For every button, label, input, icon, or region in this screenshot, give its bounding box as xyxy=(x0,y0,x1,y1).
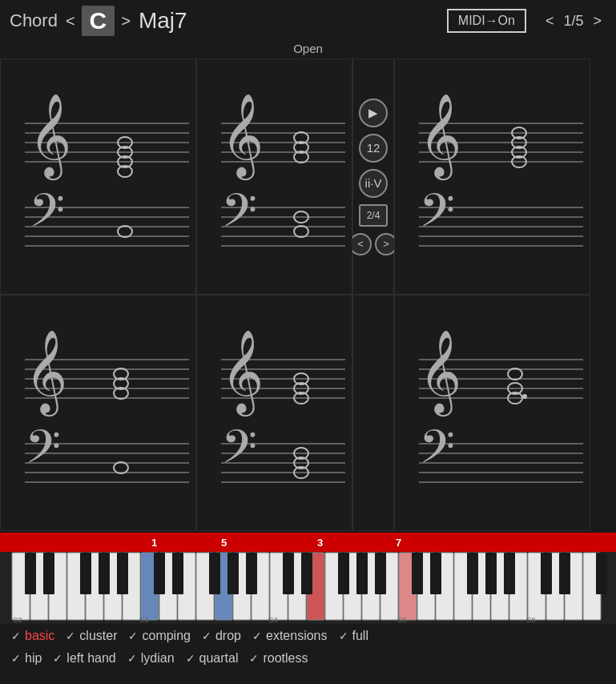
svg-point-33 xyxy=(294,226,308,237)
svg-text:𝄢: 𝄢 xyxy=(221,422,257,484)
midi-button[interactable]: MIDI→On xyxy=(447,9,526,33)
svg-rect-152 xyxy=(541,553,552,594)
check-drop: ✓ xyxy=(202,630,211,642)
staff-cell-2-3: 𝄞 𝄢 xyxy=(394,295,590,531)
piano-num-5: 5 xyxy=(221,537,227,549)
check-quartal: ✓ xyxy=(186,652,195,665)
svg-text:𝄢: 𝄢 xyxy=(419,186,455,247)
play-button[interactable]: ▶ xyxy=(359,99,388,127)
check-cluster: ✓ xyxy=(66,630,75,642)
piano-num-3: 3 xyxy=(317,537,323,549)
svg-text:𝄞: 𝄞 xyxy=(419,331,461,417)
svg-rect-145 xyxy=(356,553,368,594)
header: Chord < C > Maj7 MIDI→On < 1/5 > xyxy=(0,0,616,42)
svg-text:C2: C2 xyxy=(13,616,22,624)
filter-lydian[interactable]: ✓ lydian xyxy=(127,651,175,666)
svg-text:𝄞: 𝄞 xyxy=(29,95,71,181)
svg-text:𝄞: 𝄞 xyxy=(221,331,264,417)
piano-svg: .wk { fill: #e8e8e8; stroke: #888; strok… xyxy=(0,552,616,624)
filter-left-hand[interactable]: ✓ left hand xyxy=(53,651,115,666)
svg-text:𝄢: 𝄢 xyxy=(221,186,257,247)
piano-num-7: 7 xyxy=(396,537,401,549)
filter-row-2: ✓ hip ✓ left hand ✓ lydian ✓ quartal ✓ r… xyxy=(0,648,616,669)
svg-rect-148 xyxy=(430,553,441,594)
iiv-button[interactable]: ii·V xyxy=(359,169,388,198)
check-hip: ✓ xyxy=(11,652,21,665)
svg-text:𝄞: 𝄞 xyxy=(419,95,461,181)
check-full: ✓ xyxy=(339,630,348,642)
svg-rect-141 xyxy=(246,553,257,594)
check-left-hand: ✓ xyxy=(53,652,62,665)
staff-cell-2-1: 𝄞 𝄢 xyxy=(0,295,196,531)
check-lydian: ✓ xyxy=(127,652,137,665)
label-full: full xyxy=(352,629,368,643)
svg-point-90 xyxy=(508,368,522,380)
staff-cell-1-1: 𝄞 𝄢 xyxy=(0,58,196,295)
svg-text:𝄢: 𝄢 xyxy=(25,422,61,484)
filter-drop[interactable]: ✓ drop xyxy=(202,629,241,643)
label-basic: basic xyxy=(25,629,54,643)
label-cluster: cluster xyxy=(79,629,117,643)
filter-hip[interactable]: ✓ hip xyxy=(11,651,42,666)
svg-text:C5: C5 xyxy=(397,616,407,624)
check-extensions: ✓ xyxy=(252,630,262,642)
open-label: Open xyxy=(0,42,616,55)
piano-header: 1 5 3 7 xyxy=(0,533,616,552)
filter-comping[interactable]: ✓ comping xyxy=(128,629,190,643)
label-drop: drop xyxy=(215,629,241,643)
svg-rect-151 xyxy=(504,553,515,594)
filter-basic[interactable]: ✓ basic xyxy=(11,629,54,643)
svg-text:𝄞: 𝄞 xyxy=(221,95,264,181)
staff-svg-2-2: 𝄞 𝄢 xyxy=(197,296,352,531)
staff-svg-1-2: 𝄞 𝄢 xyxy=(197,59,352,295)
label-quartal: quartal xyxy=(199,651,239,666)
piano-section: 1 5 3 7 .wk { fill: #e8e8e8; stroke: #88… xyxy=(0,533,616,624)
filter-row-1: ✓ basic ✓ cluster ✓ comping ✓ drop ✓ ext… xyxy=(0,624,616,648)
svg-point-16 xyxy=(118,226,132,237)
chord-key: C xyxy=(82,6,115,36)
label-left-hand: left hand xyxy=(66,651,115,666)
page-next-btn[interactable]: > xyxy=(593,13,602,30)
svg-point-65 xyxy=(114,462,128,473)
controls-panel: ▶ 12 ii·V 2/4 < > xyxy=(352,58,394,295)
label-lydian: lydian xyxy=(141,651,175,666)
filter-full[interactable]: ✓ full xyxy=(339,629,368,643)
svg-rect-154 xyxy=(596,553,607,594)
svg-rect-150 xyxy=(485,553,497,594)
label-rootless: rootless xyxy=(263,651,308,666)
svg-rect-137 xyxy=(154,553,165,594)
label-comping: comping xyxy=(142,629,190,643)
svg-rect-133 xyxy=(43,553,54,594)
svg-rect-146 xyxy=(375,553,386,594)
staff-svg-2-3: 𝄞 𝄢 xyxy=(395,296,590,531)
svg-rect-140 xyxy=(227,553,239,594)
chord-prev-btn[interactable]: < xyxy=(62,12,79,30)
filter-quartal[interactable]: ✓ quartal xyxy=(186,651,239,666)
chord-type: Maj7 xyxy=(139,8,187,34)
svg-rect-144 xyxy=(338,553,349,594)
svg-rect-149 xyxy=(467,553,478,594)
check-rootless: ✓ xyxy=(249,652,259,665)
svg-text:𝄢: 𝄢 xyxy=(419,422,455,484)
page-nav: < 1/5 > xyxy=(541,13,606,30)
svg-text:C4: C4 xyxy=(268,616,278,624)
ctrl-prev-btn[interactable]: < xyxy=(349,233,372,255)
filter-extensions[interactable]: ✓ extensions xyxy=(252,629,328,643)
svg-rect-135 xyxy=(99,553,110,594)
filter-cluster[interactable]: ✓ cluster xyxy=(66,629,117,643)
svg-rect-136 xyxy=(117,553,128,594)
label-extensions: extensions xyxy=(266,629,328,643)
num12-button[interactable]: 12 xyxy=(359,134,388,163)
piano-num-1: 1 xyxy=(151,537,157,549)
svg-text:𝄢: 𝄢 xyxy=(29,186,65,247)
page-number: 1/5 xyxy=(563,13,583,30)
fraction-display: 2/4 xyxy=(359,204,388,227)
staff-cell-1-2: 𝄞 𝄢 xyxy=(196,58,352,295)
staff-svg-1-1: 𝄞 𝄢 xyxy=(1,59,196,295)
filter-rootless[interactable]: ✓ rootless xyxy=(249,651,308,666)
chord-next-btn[interactable]: > xyxy=(118,12,134,30)
page-prev-btn[interactable]: < xyxy=(546,13,554,30)
label-hip: hip xyxy=(25,651,42,666)
staff-cell-2-2: 𝄞 𝄢 xyxy=(196,295,352,531)
svg-rect-139 xyxy=(209,553,220,594)
